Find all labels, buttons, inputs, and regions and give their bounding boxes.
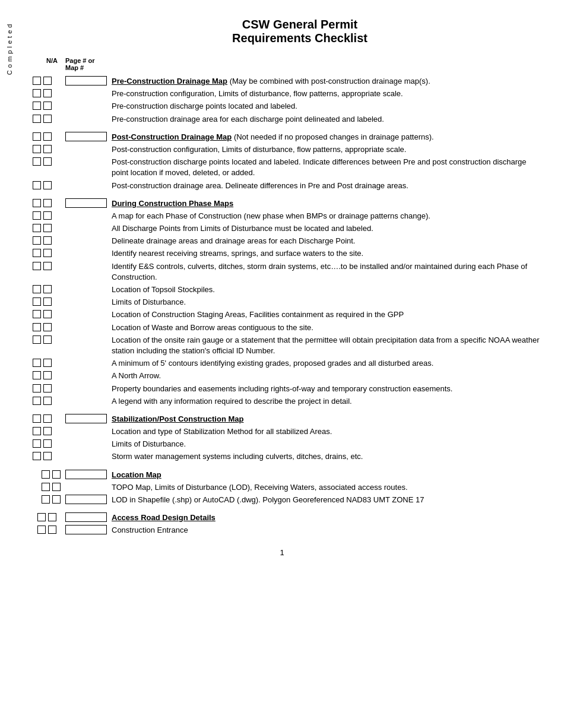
checkbox-complete[interactable] bbox=[42, 483, 50, 491]
checkbox-na[interactable] bbox=[43, 439, 52, 448]
table-row: Pre-construction discharge points locate… bbox=[33, 101, 540, 112]
checkbox-na[interactable] bbox=[43, 297, 52, 306]
checkbox-na[interactable] bbox=[43, 89, 52, 97]
checkbox-complete[interactable] bbox=[33, 397, 41, 405]
checkboxes bbox=[33, 335, 65, 344]
checkbox-complete[interactable] bbox=[33, 236, 41, 245]
checkbox-na[interactable] bbox=[43, 285, 52, 293]
section-access-road: Access Road Design Details Construction … bbox=[33, 512, 540, 536]
checkboxes bbox=[33, 384, 65, 393]
checkbox-complete[interactable] bbox=[33, 89, 41, 97]
checkbox-na[interactable] bbox=[43, 115, 52, 123]
checkbox-na[interactable] bbox=[43, 310, 52, 318]
section-location-map: Location Map TOPO Map, Limits of Disturb… bbox=[33, 470, 540, 506]
checkbox-complete[interactable] bbox=[33, 285, 41, 293]
page-box[interactable] bbox=[65, 470, 107, 479]
row-text: LOD in Shapefile (.shp) or AutoCAD (.dwg… bbox=[112, 495, 540, 505]
checkbox-na[interactable] bbox=[43, 262, 52, 270]
checkbox-complete[interactable] bbox=[33, 384, 41, 393]
checkboxes bbox=[33, 482, 65, 491]
row-text: All Discharge Points from Limits of Dist… bbox=[112, 223, 540, 234]
checkbox-complete[interactable] bbox=[37, 513, 46, 521]
checkbox-na[interactable] bbox=[43, 359, 52, 367]
checkboxes bbox=[33, 181, 65, 189]
checkboxes bbox=[33, 76, 65, 85]
checkbox-na[interactable] bbox=[43, 397, 52, 405]
title-line2: Requirements Checklist bbox=[59, 31, 540, 45]
checkbox-na[interactable] bbox=[43, 132, 52, 141]
checkbox-complete[interactable] bbox=[33, 439, 41, 448]
checkbox-na[interactable] bbox=[43, 211, 52, 220]
checkbox-complete[interactable] bbox=[33, 224, 41, 232]
checkbox-complete[interactable] bbox=[33, 414, 41, 423]
row-text: Post-construction discharge points locat… bbox=[112, 157, 540, 178]
checkbox-complete[interactable] bbox=[42, 495, 50, 504]
checkbox-na[interactable] bbox=[43, 145, 52, 153]
page-box[interactable] bbox=[65, 525, 107, 534]
checkbox-complete[interactable] bbox=[33, 452, 41, 460]
checkboxes bbox=[33, 439, 65, 448]
checkbox-complete[interactable] bbox=[33, 371, 41, 379]
checkbox-complete[interactable] bbox=[33, 297, 41, 306]
checkbox-na[interactable] bbox=[43, 181, 52, 189]
checkbox-complete[interactable] bbox=[33, 262, 41, 270]
page-box[interactable] bbox=[65, 495, 107, 504]
row-text: Access Road Design Details bbox=[112, 512, 540, 523]
checkbox-complete[interactable] bbox=[33, 77, 41, 85]
checkbox-na[interactable] bbox=[43, 414, 52, 423]
page-box[interactable] bbox=[65, 132, 107, 141]
checkbox-complete[interactable] bbox=[33, 359, 41, 367]
table-row: Access Road Design Details bbox=[33, 512, 540, 523]
checkbox-na[interactable] bbox=[43, 157, 52, 166]
column-headers: N/A Page # orMap # bbox=[42, 57, 540, 71]
checkbox-complete[interactable] bbox=[33, 199, 41, 207]
checkbox-complete[interactable] bbox=[33, 132, 41, 141]
checkbox-complete[interactable] bbox=[42, 470, 50, 479]
checkbox-na[interactable] bbox=[43, 77, 52, 85]
row-text: Location of the onsite rain gauge or a s… bbox=[112, 335, 540, 356]
checkbox-complete[interactable] bbox=[33, 115, 41, 123]
page-box[interactable] bbox=[65, 512, 107, 522]
checkbox-na[interactable] bbox=[43, 323, 52, 331]
checkbox-complete[interactable] bbox=[33, 335, 41, 344]
row-text: Pre-Construction Drainage Map (May be co… bbox=[112, 76, 540, 87]
table-row: Storm water management systems including… bbox=[33, 451, 540, 462]
checkbox-na[interactable] bbox=[43, 224, 52, 232]
row-text: Location of Construction Staging Areas, … bbox=[112, 309, 540, 320]
checkbox-na[interactable] bbox=[43, 249, 52, 257]
checkbox-na[interactable] bbox=[52, 470, 61, 479]
checkbox-na[interactable] bbox=[43, 236, 52, 245]
checkbox-na[interactable] bbox=[52, 495, 61, 504]
checkbox-complete[interactable] bbox=[33, 427, 41, 435]
checkbox-complete[interactable] bbox=[33, 211, 41, 220]
checkbox-na[interactable] bbox=[43, 452, 52, 460]
checkbox-na[interactable] bbox=[43, 384, 52, 393]
checkboxes bbox=[33, 470, 65, 479]
checkbox-na[interactable] bbox=[52, 483, 61, 491]
checkbox-na[interactable] bbox=[43, 199, 52, 207]
page-box[interactable] bbox=[65, 414, 107, 423]
checkbox-na[interactable] bbox=[43, 371, 52, 379]
checkbox-complete[interactable] bbox=[33, 181, 41, 189]
table-row: Construction Entrance bbox=[33, 525, 540, 536]
checkbox-complete[interactable] bbox=[33, 102, 41, 110]
table-row: Identify E&S controls, culverts, ditches… bbox=[33, 261, 540, 283]
row-text: Identify nearest receiving streams, spri… bbox=[112, 248, 540, 259]
checkbox-na[interactable] bbox=[43, 335, 52, 344]
checkbox-complete[interactable] bbox=[37, 526, 46, 534]
sidebar-completed-label: C o m p l e t e d bbox=[6, 24, 14, 75]
checkbox-na[interactable] bbox=[48, 526, 56, 534]
table-row: A minimum of 5' contours identifying exi… bbox=[33, 358, 540, 369]
checkbox-na[interactable] bbox=[48, 513, 56, 521]
checkbox-complete[interactable] bbox=[33, 157, 41, 166]
col-page-header: Page # orMap # bbox=[65, 57, 113, 71]
checkbox-complete[interactable] bbox=[33, 310, 41, 318]
checkbox-complete[interactable] bbox=[33, 145, 41, 153]
checkbox-complete[interactable] bbox=[33, 249, 41, 257]
checkbox-na[interactable] bbox=[43, 102, 52, 110]
checkbox-na[interactable] bbox=[43, 427, 52, 435]
page-box[interactable] bbox=[65, 198, 107, 208]
page-box[interactable] bbox=[65, 76, 107, 86]
row-text: Post-construction configuration, Limits … bbox=[112, 144, 540, 155]
checkbox-complete[interactable] bbox=[33, 323, 41, 331]
